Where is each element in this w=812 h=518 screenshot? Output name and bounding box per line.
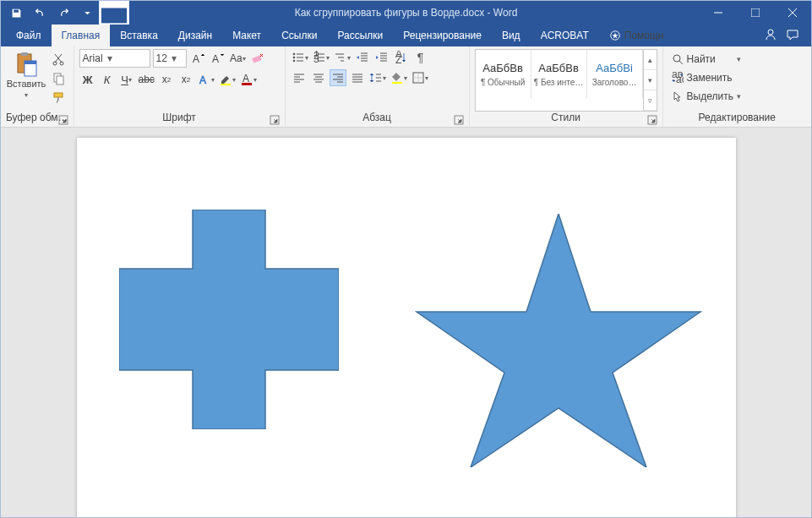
replace-button[interactable]: abacЗаменить	[668, 69, 744, 86]
group-label-editing: Редактирование	[699, 112, 776, 123]
sort-button[interactable]: AZ	[393, 49, 410, 66]
svg-rect-13	[54, 93, 63, 97]
svg-point-24	[292, 53, 295, 56]
numbering-button[interactable]: 123▾	[312, 49, 330, 66]
font-color-button[interactable]: A▾	[239, 71, 258, 88]
align-center-button[interactable]	[310, 69, 327, 86]
align-left-button[interactable]	[291, 69, 308, 86]
page[interactable]	[77, 138, 736, 518]
copy-button[interactable]	[50, 70, 67, 87]
highlight-button[interactable]: ▾	[218, 71, 237, 88]
superscript-button[interactable]: x2	[177, 71, 194, 88]
tab-design[interactable]: Дизайн	[168, 25, 222, 46]
paste-button[interactable]: Вставить ▾	[6, 49, 46, 112]
tab-references[interactable]: Ссылки	[271, 25, 327, 46]
tab-mailings[interactable]: Рассылки	[327, 25, 393, 46]
increase-indent-button[interactable]	[373, 49, 390, 66]
svg-rect-6	[21, 52, 28, 56]
group-font: Arial▾ 12▾ A A Aa▾ Ж К Ч▾ abc x2 x2 A▾ ▾…	[74, 46, 286, 127]
shading-button[interactable]: ▾	[390, 69, 408, 86]
save-button[interactable]	[8, 4, 25, 21]
group-paragraph: ▾ 123▾ ▾ AZ ¶ ▾ ▾ ▾ Абзац	[286, 46, 470, 127]
tell-me[interactable]: Помощн	[599, 25, 674, 46]
svg-point-26	[292, 60, 295, 63]
qat-customize-icon[interactable]	[79, 4, 95, 21]
shape-cross[interactable]	[119, 210, 339, 429]
decrease-indent-button[interactable]	[354, 49, 371, 66]
paragraph-dialog-launcher[interactable]	[454, 115, 464, 125]
comments-icon[interactable]	[786, 28, 799, 44]
tabs-right	[764, 25, 811, 46]
style-normal[interactable]: АаБбВв¶ Обычный	[476, 50, 531, 99]
style-no-spacing[interactable]: АаБбВв¶ Без инте…	[531, 50, 587, 99]
borders-button[interactable]: ▾	[411, 69, 429, 86]
close-button[interactable]	[774, 1, 811, 25]
underline-button[interactable]: Ч▾	[118, 71, 135, 88]
find-button[interactable]: Найти▾	[668, 51, 744, 68]
italic-button[interactable]: К	[99, 71, 116, 88]
svg-point-4	[768, 30, 773, 35]
tab-view[interactable]: Вид	[492, 25, 531, 46]
share-icon[interactable]	[764, 28, 777, 44]
grow-font-button[interactable]: A	[189, 50, 206, 67]
bold-button[interactable]: Ж	[79, 71, 96, 88]
group-label-styles: Стили	[551, 112, 580, 123]
styles-down[interactable]: ▾	[644, 70, 657, 90]
quick-access-toolbar	[1, 4, 95, 21]
svg-text:A: A	[193, 53, 199, 65]
strikethrough-button[interactable]: abc	[138, 71, 155, 88]
styles-up[interactable]: ▴	[644, 50, 657, 70]
svg-rect-12	[57, 76, 63, 85]
change-case-button[interactable]: Aa▾	[228, 50, 247, 67]
font-name-combo[interactable]: Arial▾	[79, 49, 150, 68]
bullets-button[interactable]: ▾	[291, 49, 309, 66]
ribbon-display-options[interactable]	[95, 1, 133, 25]
svg-point-25	[292, 57, 295, 59]
window-controls	[700, 1, 811, 25]
font-size-combo[interactable]: 12▾	[153, 49, 187, 68]
tab-acrobat[interactable]: ACROBAT	[531, 25, 599, 46]
align-right-button[interactable]	[330, 69, 346, 86]
show-marks-button[interactable]: ¶	[412, 49, 429, 66]
maximize-button[interactable]	[737, 1, 774, 25]
group-label-paragraph: Абзац	[362, 112, 391, 123]
redo-button[interactable]	[55, 4, 72, 21]
ribbon-tabs: Файл Главная Вставка Дизайн Макет Ссылки…	[1, 25, 811, 46]
svg-rect-8	[25, 61, 36, 64]
group-label-font: Шрифт	[162, 112, 195, 123]
shrink-font-button[interactable]: A	[209, 50, 226, 67]
tab-layout[interactable]: Макет	[222, 25, 271, 46]
minimize-button[interactable]	[700, 1, 737, 25]
tab-insert[interactable]: Вставка	[110, 25, 168, 46]
group-clipboard: Вставить ▾ Буфер обм…	[1, 46, 74, 127]
font-dialog-launcher[interactable]	[270, 115, 280, 125]
justify-button[interactable]	[349, 69, 366, 86]
multilevel-list-button[interactable]: ▾	[333, 49, 352, 66]
clear-formatting-button[interactable]	[249, 50, 266, 67]
tab-review[interactable]: Рецензирование	[393, 25, 492, 46]
style-heading1[interactable]: АаБбВіЗаголово…	[587, 50, 643, 99]
shape-star[interactable]	[415, 214, 702, 467]
svg-point-36	[673, 55, 680, 62]
select-button[interactable]: Выделить▾	[668, 88, 744, 105]
svg-rect-1	[101, 1, 128, 8]
styles-more[interactable]: ▿	[644, 90, 657, 111]
undo-button[interactable]	[31, 4, 48, 21]
svg-rect-32	[392, 82, 402, 84]
svg-text:A: A	[243, 73, 249, 85]
group-styles: АаБбВв¶ Обычный АаБбВв¶ Без инте… АаБбВі…	[470, 46, 663, 127]
text-effects-button[interactable]: A▾	[197, 71, 215, 88]
styles-dialog-launcher[interactable]	[647, 115, 657, 125]
format-painter-button[interactable]	[50, 90, 67, 106]
svg-rect-20	[221, 84, 231, 85]
line-spacing-button[interactable]: ▾	[368, 69, 387, 86]
tab-home[interactable]: Главная	[52, 25, 111, 46]
clipboard-dialog-launcher[interactable]	[58, 115, 68, 125]
document-area[interactable]	[1, 128, 811, 518]
cut-button[interactable]	[50, 51, 67, 68]
tab-file[interactable]: Файл	[6, 25, 52, 46]
svg-text:A: A	[199, 74, 206, 86]
svg-rect-2	[751, 8, 760, 17]
subscript-button[interactable]: x2	[158, 71, 175, 88]
styles-gallery: АаБбВв¶ Обычный АаБбВв¶ Без инте… АаБбВі…	[475, 49, 657, 112]
